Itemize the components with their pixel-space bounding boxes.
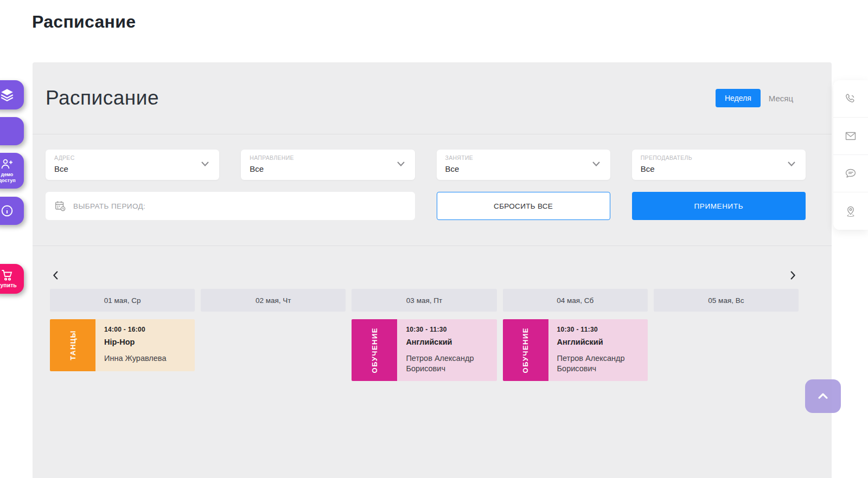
page-title: Расписание <box>32 12 136 32</box>
event-details: 14:00 - 16:00 Hip-Hop Инна Журавлева <box>95 319 195 371</box>
event-teacher: Инна Журавлева <box>104 353 188 364</box>
lesson-select-label: ЗАНЯТИЕ <box>445 154 586 161</box>
mail-icon <box>844 130 857 143</box>
event-title: Английский <box>557 338 641 346</box>
chevron-down-icon <box>786 158 797 171</box>
day-headers-row: 01 мая, Ср 02 мая, Чт 03 мая, Пт 04 мая,… <box>50 289 799 312</box>
event-card[interactable]: ОБУЧЕНИЕ 10:30 - 11:30 Английский Петров… <box>503 319 648 381</box>
event-card[interactable]: ОБУЧЕНИЕ 10:30 - 11:30 Английский Петров… <box>352 319 496 381</box>
chevron-down-icon <box>395 158 406 171</box>
chevron-down-icon <box>591 158 602 171</box>
chat-button[interactable] <box>833 155 868 192</box>
day-header: 04 мая, Сб <box>503 289 648 312</box>
calendar-icon <box>54 200 66 212</box>
location-icon <box>844 205 857 218</box>
info-icon <box>0 204 14 218</box>
event-teacher: Петров Александр Борисович <box>406 353 490 373</box>
address-select[interactable]: АДРЕС Все <box>46 150 219 180</box>
direction-select[interactable]: НАПРАВЛЕНИЕ Все <box>241 150 414 180</box>
address-select-label: АДРЕС <box>54 154 195 161</box>
teacher-select[interactable]: ПРЕПОДАВАТЕЛЬ Все <box>632 150 806 180</box>
teacher-select-value: Все <box>641 164 782 173</box>
event-category-label: ОБУЧЕНИЕ <box>371 327 379 373</box>
schedule-title: Расписание <box>46 87 159 109</box>
event-category-label: ОБУЧЕНИЕ <box>521 327 529 373</box>
chat-icon <box>844 167 857 180</box>
day-header: 03 мая, Пт <box>352 289 496 312</box>
chevron-up-icon <box>815 388 831 404</box>
prev-week-button[interactable] <box>50 269 62 281</box>
buy-button-label: купить <box>0 282 17 288</box>
day-header: 02 мая, Чт <box>201 289 346 312</box>
apply-button[interactable]: ПРИМЕНИТЬ <box>632 192 806 220</box>
week-view-button[interactable]: Неделя <box>716 89 761 107</box>
event-time: 10:30 - 11:30 <box>557 326 641 333</box>
phone-button[interactable] <box>833 80 868 118</box>
reset-all-button[interactable]: СБРОСИТЬ ВСЕ <box>437 192 610 220</box>
phone-icon <box>844 92 857 105</box>
demo-access-label: демо доступ <box>0 172 16 184</box>
event-category-strip: ОБУЧЕНИЕ <box>352 319 397 381</box>
event-time: 10:30 - 11:30 <box>406 326 490 333</box>
view-toggle: Неделя Месяц <box>716 89 793 107</box>
event-category-strip: ТАНЦЫ <box>50 319 95 371</box>
event-details: 10:30 - 11:30 Английский Петров Александ… <box>397 319 496 381</box>
schedule-card-header: Расписание Неделя Месяц <box>33 62 832 134</box>
mail-button[interactable] <box>833 118 868 155</box>
direction-select-label: НАПРАВЛЕНИЕ <box>250 154 391 161</box>
teacher-select-label: ПРЕПОДАВАТЕЛЬ <box>641 154 782 161</box>
month-view-button[interactable]: Месяц <box>769 94 793 103</box>
lesson-select-value: Все <box>445 164 586 173</box>
buy-button[interactable]: купить <box>0 264 24 294</box>
period-input[interactable] <box>73 202 406 210</box>
next-week-button[interactable] <box>787 269 799 281</box>
direction-select-value: Все <box>250 164 391 173</box>
period-field[interactable] <box>46 192 415 220</box>
chevron-left-icon <box>50 269 62 281</box>
event-time: 14:00 - 16:00 <box>104 326 188 333</box>
filters-panel: АДРЕС Все НАПРАВЛЕНИЕ Все ЗАНЯТИЕ Все <box>33 134 832 246</box>
event-details: 10:30 - 11:30 Английский Петров Александ… <box>548 319 648 381</box>
day-header: 05 мая, Вс <box>654 289 799 312</box>
lesson-select[interactable]: ЗАНЯТИЕ Все <box>437 150 610 180</box>
cart-icon <box>1 269 14 281</box>
schedule-card: Расписание Неделя Месяц АДРЕС Все НАПРАВ… <box>33 62 832 478</box>
day-header: 01 мая, Ср <box>50 289 195 312</box>
event-category-strip: ОБУЧЕНИЕ <box>503 319 548 381</box>
event-teacher: Петров Александр Борисович <box>557 353 641 373</box>
location-button[interactable] <box>833 192 868 230</box>
events-row: ТАНЦЫ 14:00 - 16:00 Hip-Hop Инна Журавле… <box>50 319 799 381</box>
week-calendar: 01 мая, Ср 02 мая, Чт 03 мая, Пт 04 мая,… <box>33 246 832 381</box>
event-title: Hip-Hop <box>104 338 188 346</box>
chevron-right-icon <box>787 269 799 281</box>
address-select-value: Все <box>54 164 195 173</box>
chevron-down-icon <box>200 158 210 171</box>
event-title: Английский <box>406 338 490 346</box>
scroll-to-top-button[interactable] <box>805 379 841 413</box>
sidebar-item-info[interactable] <box>0 197 24 225</box>
sidebar-item-apps[interactable] <box>0 117 24 145</box>
sidebar-item-demo-access[interactable]: демо доступ <box>0 153 24 189</box>
layers-icon <box>0 88 14 102</box>
contact-rail <box>833 80 868 230</box>
event-category-label: ТАНЦЫ <box>69 330 77 360</box>
person-add-icon <box>0 158 14 171</box>
sidebar-item-layers[interactable] <box>0 80 24 109</box>
event-card[interactable]: ТАНЦЫ 14:00 - 16:00 Hip-Hop Инна Журавле… <box>50 319 195 371</box>
